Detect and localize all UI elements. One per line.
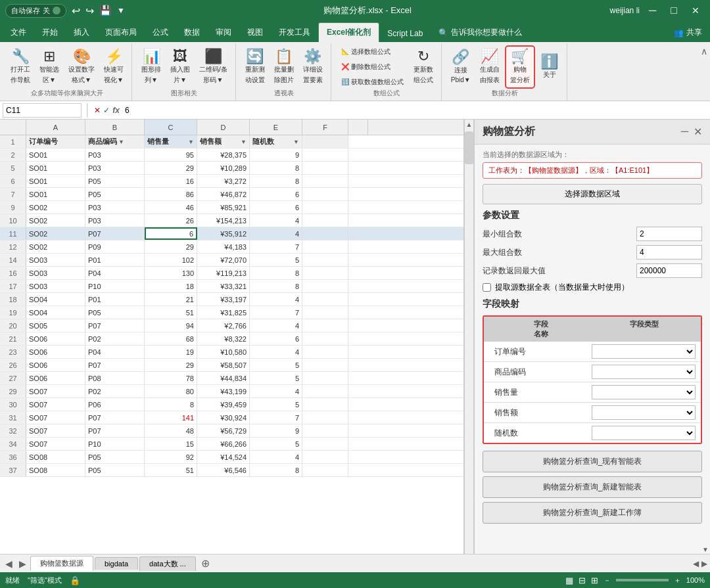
cell-a[interactable]: SO02 (26, 214, 85, 227)
cell-b[interactable]: P07 (85, 319, 145, 332)
zoom-slider[interactable] (616, 579, 669, 581)
param-input-max[interactable] (636, 245, 702, 260)
tab-formula[interactable]: 公式 (145, 23, 176, 42)
cell-c-active[interactable]: 6 (145, 227, 197, 240)
col-header-d[interactable]: D (197, 120, 250, 135)
close-button[interactable]: ✕ (686, 4, 705, 17)
cell-a[interactable]: SO04 (26, 306, 85, 319)
table-row[interactable]: 9 SO02 P03 46 ¥85,921 6 (0, 201, 463, 214)
cell-c[interactable]: 95 (145, 148, 197, 161)
cell-c[interactable]: 78 (145, 372, 197, 384)
cell-b[interactable]: P04 (85, 346, 145, 358)
cell-e[interactable]: 6 (250, 332, 302, 345)
scroll-down-button[interactable]: ▼ (701, 545, 710, 554)
table-row[interactable]: 2 SO01 P03 95 ¥28,375 9 (0, 148, 463, 162)
table-row[interactable]: 23 SO06 P04 19 ¥10,580 4 (0, 346, 463, 359)
cell-e[interactable]: 8 (250, 464, 302, 476)
cell-a[interactable]: SO08 (26, 464, 85, 476)
tab-tell-me[interactable]: 🔍 告诉我你想要做什么 (431, 23, 530, 42)
cell-d[interactable]: ¥4,183 (197, 240, 250, 253)
cell-d[interactable]: ¥31,825 (197, 306, 250, 319)
delete-array-button[interactable]: ❌删除数组公式 (337, 60, 408, 74)
table-row[interactable]: 20 SO05 P07 94 ¥2,766 4 (0, 319, 463, 332)
cell-a[interactable]: SO06 (26, 372, 85, 384)
cell-d[interactable]: ¥2,766 (197, 319, 250, 332)
vertical-scrollbar[interactable]: ▲ ▼ (464, 120, 473, 554)
col-header-c[interactable]: C (145, 120, 197, 135)
cell-a[interactable]: SO07 (26, 424, 85, 437)
cell-d[interactable]: ¥44,834 (197, 372, 250, 384)
restore-button[interactable]: □ (665, 3, 682, 18)
cell-d[interactable]: ¥154,213 (197, 214, 250, 227)
table-row[interactable]: 32 SO07 P07 48 ¥56,729 9 (0, 424, 463, 438)
table-row[interactable]: 34 SO07 P10 15 ¥66,266 5 (0, 438, 463, 451)
fm-select-2[interactable] (592, 365, 696, 379)
table-row[interactable]: 37 SO08 P05 51 ¥6,546 8 (0, 464, 463, 477)
table-row[interactable]: 26 SO06 P07 29 ¥58,507 5 (0, 359, 463, 372)
cell-a[interactable]: SO02 (26, 201, 85, 214)
cell-e[interactable]: 6 (250, 188, 302, 200)
select-source-button[interactable]: 选择源数据区域 (483, 184, 702, 204)
fm-select-3[interactable] (592, 385, 696, 399)
ribbon-collapse[interactable]: ∧ (701, 43, 707, 101)
fm-select-1[interactable] (592, 344, 696, 359)
col-header-f[interactable]: F (302, 120, 348, 135)
cell-c[interactable]: 15 (145, 438, 197, 450)
cell-c[interactable]: 51 (145, 464, 197, 476)
table-row-active[interactable]: 11 SO02 P07 6 ¥35,912 4 (0, 227, 463, 240)
table-row[interactable]: 10 SO02 P03 26 ¥154,213 4 (0, 214, 463, 227)
cell-a[interactable]: SO07 (26, 438, 85, 450)
table-row[interactable]: 19 SO04 P05 51 ¥31,825 7 (0, 306, 463, 319)
fm-select-4[interactable] (592, 405, 696, 420)
table-row[interactable]: 5 SO01 P03 29 ¥10,289 8 (0, 162, 463, 175)
panel-close-button[interactable]: ✕ (694, 125, 702, 138)
cell-d[interactable]: ¥8,322 (197, 332, 250, 345)
cell-c[interactable]: 29 (145, 162, 197, 174)
cell-b[interactable]: P02 (85, 332, 145, 345)
col-header-b[interactable]: B (85, 120, 145, 135)
col-header-e[interactable]: E (250, 120, 302, 135)
cell-e[interactable]: 8 (250, 175, 302, 187)
table-row[interactable]: 27 SO06 P08 78 ¥44,834 5 (0, 372, 463, 385)
sheet-add-button[interactable]: ⊕ (197, 556, 214, 571)
table-row[interactable]: 6 SO01 P05 16 ¥3,272 8 (0, 175, 463, 188)
cell-d[interactable]: ¥28,375 (197, 148, 250, 161)
cell-c[interactable]: 141 (145, 411, 197, 424)
cell-b[interactable]: P07 (85, 411, 145, 424)
cell-c[interactable]: 92 (145, 451, 197, 463)
cell-b[interactable]: P03 (85, 148, 145, 161)
scroll-thumb[interactable] (465, 131, 473, 164)
refresh-pivot-button[interactable]: 🔄 重新测 动设置 (241, 47, 269, 87)
cell-d[interactable]: ¥58,507 (197, 359, 250, 371)
cell-b[interactable]: P01 (85, 254, 145, 266)
qrcode-button[interactable]: ⬛ 二维码/条 形码▼ (195, 47, 231, 87)
cell-c[interactable]: 29 (145, 240, 197, 253)
cell-a[interactable]: SO04 (26, 293, 85, 305)
cell-e[interactable]: 7 (250, 240, 302, 253)
tab-insert[interactable]: 插入 (66, 23, 97, 42)
cell-e[interactable]: 5 (250, 359, 302, 371)
insert-function-icon[interactable]: fx (112, 106, 120, 115)
cell-d[interactable]: ¥6,546 (197, 464, 250, 476)
tab-pagelayout[interactable]: 页面布局 (97, 23, 145, 42)
view-layout-icon[interactable]: ⊟ (579, 576, 586, 585)
tab-data[interactable]: 数据 (176, 23, 208, 42)
scroll-right-icon[interactable]: ▶ (701, 559, 707, 568)
cell-e[interactable]: 8 (250, 280, 302, 292)
param-input-min[interactable] (636, 227, 702, 241)
col-header-g[interactable] (348, 120, 368, 135)
detail-settings-button[interactable]: ⚙️ 详细设 置要素 (299, 47, 327, 87)
redo-icon[interactable]: ↪ (85, 5, 94, 17)
cell-b[interactable]: P05 (85, 464, 145, 476)
cell-c[interactable]: 68 (145, 332, 197, 345)
update-array-button[interactable]: ↻ 更新数 组公式 (410, 47, 437, 87)
cell-a[interactable]: SO01 (26, 162, 85, 174)
cell-a[interactable]: SO07 (26, 398, 85, 411)
cell-c[interactable]: 102 (145, 254, 197, 266)
table-row[interactable]: 36 SO08 P05 92 ¥14,524 4 (0, 451, 463, 464)
autosave-toggle[interactable]: 自动保存 关 (5, 4, 66, 18)
open-navigator-button[interactable]: 🔧 打开工 作导航 (7, 47, 34, 87)
cell-a[interactable]: SO07 (26, 411, 85, 424)
cell-b[interactable]: P07 (85, 359, 145, 371)
cell-e[interactable]: 4 (250, 293, 302, 305)
